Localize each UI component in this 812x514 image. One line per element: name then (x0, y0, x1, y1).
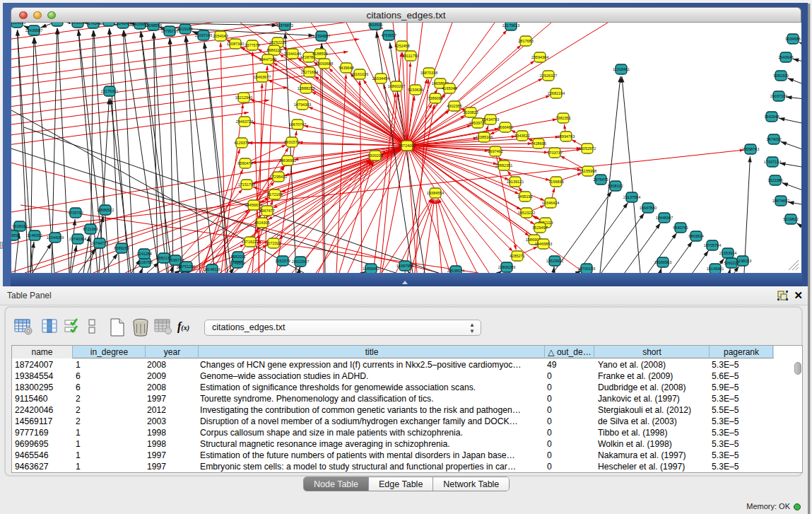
svg-text:19586522: 19586522 (97, 208, 114, 212)
svg-text:19093688: 19093688 (316, 62, 333, 66)
svg-text:20334454: 20334454 (372, 76, 389, 81)
svg-text:9318332: 9318332 (12, 224, 27, 228)
svg-text:16670747: 16670747 (289, 122, 306, 127)
svg-text:23447169: 23447169 (259, 57, 276, 62)
svg-text:3382132: 3382132 (156, 256, 171, 260)
svg-text:5219822: 5219822 (783, 217, 798, 221)
svg-text:8172169: 8172169 (267, 192, 282, 197)
svg-text:24148116: 24148116 (204, 267, 220, 271)
svg-text:22176301: 22176301 (101, 89, 118, 93)
svg-text:17295412: 17295412 (270, 175, 287, 179)
svg-text:20740364: 20740364 (69, 237, 86, 241)
svg-text:9034686: 9034686 (785, 37, 800, 41)
svg-text:16870338: 16870338 (420, 71, 437, 75)
svg-text:8389269: 8389269 (114, 246, 129, 250)
svg-text:3148352: 3148352 (27, 233, 42, 238)
svg-text:22439587: 22439587 (25, 28, 42, 33)
svg-text:19098556: 19098556 (145, 23, 162, 28)
svg-text:19448347: 19448347 (656, 216, 673, 220)
svg-text:8931579: 8931579 (284, 140, 299, 144)
svg-text:14794303: 14794303 (294, 103, 311, 107)
svg-text:14387959: 14387959 (396, 264, 413, 268)
svg-text:17394887: 17394887 (313, 34, 330, 38)
svg-text:1241284: 1241284 (136, 252, 151, 256)
svg-text:18366963: 18366963 (654, 260, 671, 264)
svg-text:19384554: 19384554 (427, 191, 444, 195)
svg-text:12888253: 12888253 (298, 86, 314, 90)
svg-text:6524305: 6524305 (254, 221, 269, 225)
svg-text:12344269: 12344269 (47, 235, 64, 240)
svg-text:18795716: 18795716 (161, 29, 178, 33)
svg-text:5308102: 5308102 (608, 184, 623, 188)
svg-text:7156836: 7156836 (548, 180, 563, 184)
svg-text:10346424: 10346424 (542, 201, 559, 205)
svg-text:8106768: 8106768 (137, 260, 152, 264)
svg-text:24922597: 24922597 (292, 259, 309, 264)
svg-text:6580474: 6580474 (237, 161, 252, 165)
svg-text:9343522: 9343522 (514, 134, 529, 138)
svg-text:16052972: 16052972 (579, 146, 596, 151)
svg-text:21097245: 21097245 (195, 33, 212, 37)
svg-text:21353914: 21353914 (719, 251, 736, 255)
svg-text:12385106: 12385106 (476, 135, 493, 139)
svg-text:24751200: 24751200 (178, 264, 195, 269)
svg-text:6540741: 6540741 (673, 226, 688, 230)
svg-text:11014145: 11014145 (11, 23, 25, 25)
svg-text:22682194: 22682194 (548, 91, 565, 95)
svg-text:20744773: 20744773 (91, 241, 108, 245)
svg-text:4252458: 4252458 (394, 44, 409, 48)
svg-text:7389096: 7389096 (428, 96, 442, 100)
svg-text:5060227: 5060227 (724, 261, 739, 265)
svg-text:22926327: 22926327 (540, 74, 557, 78)
svg-text:23594364: 23594364 (531, 55, 548, 59)
svg-text:1653531: 1653531 (367, 23, 382, 27)
svg-text:1072322: 1072322 (266, 241, 281, 245)
svg-text:11876872: 11876872 (276, 23, 293, 28)
svg-text:16149361: 16149361 (707, 267, 724, 271)
svg-text:3377578: 3377578 (245, 43, 259, 47)
svg-text:4165048: 4165048 (442, 86, 457, 90)
svg-text:8682011: 8682011 (230, 255, 245, 259)
svg-text:4285271: 4285271 (510, 254, 524, 258)
svg-text:25558743: 25558743 (742, 147, 759, 151)
svg-text:8721369: 8721369 (83, 227, 98, 231)
svg-text:25463726: 25463726 (236, 119, 253, 124)
svg-text:17307133: 17307133 (764, 160, 781, 164)
svg-text:2300203: 2300203 (367, 153, 382, 158)
svg-text:11459463: 11459463 (363, 267, 379, 271)
svg-text:18874652: 18874652 (772, 199, 789, 203)
svg-text:4129379: 4129379 (234, 141, 249, 145)
svg-text:17151708: 17151708 (238, 182, 255, 187)
svg-text:13529912: 13529912 (546, 259, 563, 263)
svg-text:2054043: 2054043 (213, 34, 228, 38)
svg-text:18994763: 18994763 (558, 134, 575, 139)
svg-text:5703737: 5703737 (547, 151, 562, 155)
svg-text:2697462: 2697462 (488, 149, 502, 153)
svg-text:3874052: 3874052 (766, 137, 781, 141)
svg-text:5439648: 5439648 (339, 66, 353, 70)
svg-text:14456679: 14456679 (245, 203, 262, 207)
svg-text:7674349: 7674349 (86, 23, 100, 25)
svg-text:15700199: 15700199 (578, 267, 595, 271)
svg-text:22882351: 22882351 (495, 163, 512, 168)
svg-text:16947830: 16947830 (640, 206, 657, 210)
svg-text:12087340: 12087340 (227, 42, 244, 46)
svg-text:15155998: 15155998 (579, 169, 596, 173)
svg-text:18034339: 18034339 (49, 23, 66, 23)
svg-text:7428696: 7428696 (531, 141, 546, 146)
svg-text:9082309: 9082309 (773, 74, 788, 78)
svg-text:2817683: 2817683 (518, 39, 533, 43)
svg-text:23137564: 23137564 (623, 195, 640, 199)
svg-text:1705792: 1705792 (68, 211, 83, 215)
svg-text:10344146: 10344146 (284, 52, 301, 56)
svg-text:9153634: 9153634 (408, 88, 423, 92)
svg-text:14636992: 14636992 (279, 158, 296, 163)
svg-text:16860207: 16860207 (388, 84, 405, 88)
svg-text:18252216: 18252216 (269, 40, 286, 45)
svg-text:1495191: 1495191 (517, 194, 532, 199)
svg-text:20161026: 20161026 (351, 72, 368, 76)
svg-text:19465853: 19465853 (535, 242, 552, 246)
svg-text:25271684: 25271684 (301, 70, 318, 74)
svg-text:4666460: 4666460 (498, 125, 512, 129)
svg-text:4302355: 4302355 (447, 104, 461, 108)
